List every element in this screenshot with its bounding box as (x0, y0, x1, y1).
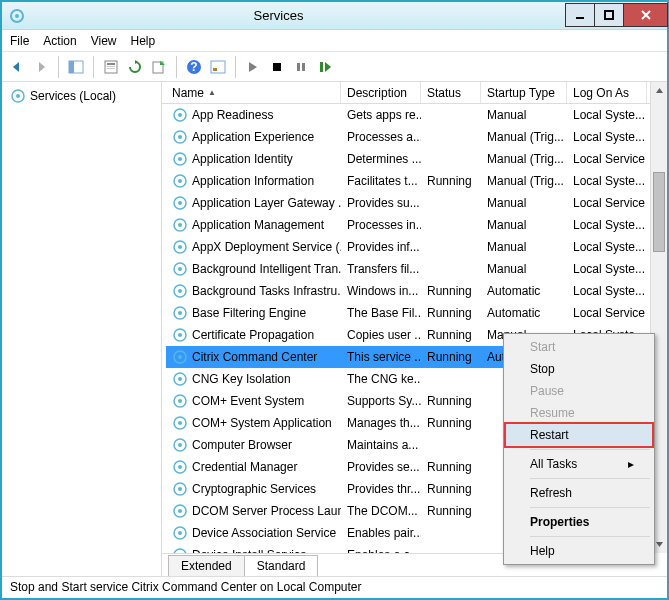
list-pane: Name▲ Description Status Startup Type Lo… (162, 82, 667, 576)
service-row[interactable]: Base Filtering EngineThe Base Fil...Runn… (166, 302, 667, 324)
refresh-button[interactable] (124, 56, 146, 78)
svg-point-42 (178, 333, 182, 337)
svg-point-52 (178, 443, 182, 447)
export-button[interactable] (148, 56, 170, 78)
svg-rect-17 (302, 63, 305, 71)
svg-point-54 (178, 465, 182, 469)
ctx-resume: Resume (506, 402, 652, 424)
cell-name: Citrix Command Center (166, 346, 341, 368)
ctx-separator (530, 507, 650, 508)
cell-name: Device Install Service (166, 544, 341, 553)
pause-service-button[interactable] (290, 56, 312, 78)
menu-action[interactable]: Action (43, 34, 76, 48)
cell-name: COM+ System Application (166, 412, 341, 434)
svg-point-36 (178, 267, 182, 271)
stop-service-button[interactable] (266, 56, 288, 78)
svg-rect-15 (273, 63, 281, 71)
forward-button[interactable] (30, 56, 52, 78)
ctx-properties[interactable]: Properties (506, 511, 652, 533)
cell-logon: Local Service (567, 149, 647, 169)
toolbar-separator (93, 56, 94, 78)
show-hide-tree-button[interactable] (65, 56, 87, 78)
cell-desc: Gets apps re... (341, 105, 421, 125)
svg-point-30 (178, 201, 182, 205)
services-window: Services File Action View Help ? (0, 0, 669, 600)
ctx-stop[interactable]: Stop (506, 358, 652, 380)
cell-startup: Manual (481, 193, 567, 213)
cell-desc: Transfers fil... (341, 259, 421, 279)
toolbar: ? (2, 52, 667, 82)
service-row[interactable]: App ReadinessGets apps re...ManualLocal … (166, 104, 667, 126)
maximize-button[interactable] (594, 3, 624, 27)
ctx-all-tasks[interactable]: All Tasks▸ (506, 453, 652, 475)
cell-desc: Processes a... (341, 127, 421, 147)
scroll-thumb[interactable] (653, 172, 665, 252)
svg-point-61 (174, 549, 186, 553)
col-status[interactable]: Status (421, 82, 481, 103)
cell-logon: Local Syste... (567, 105, 647, 125)
minimize-button[interactable] (565, 3, 595, 27)
cell-status: Running (421, 479, 481, 499)
tab-standard[interactable]: Standard (244, 555, 319, 576)
cell-desc: Provides su... (341, 193, 421, 213)
cell-status (421, 156, 481, 162)
svg-rect-8 (107, 66, 115, 67)
service-row[interactable]: Application Layer Gateway ...Provides su… (166, 192, 667, 214)
service-row[interactable]: Application InformationFacilitates t...R… (166, 170, 667, 192)
cell-desc: Enables a c... (341, 545, 421, 553)
service-row[interactable]: Application ExperienceProcesses a...Manu… (166, 126, 667, 148)
ctx-separator (530, 449, 650, 450)
submenu-arrow-icon: ▸ (628, 457, 634, 471)
cell-logon: Local Syste... (567, 237, 647, 257)
ctx-help[interactable]: Help (506, 540, 652, 562)
ctx-restart[interactable]: Restart (505, 423, 653, 447)
cell-status (421, 222, 481, 228)
cell-desc: Provides se... (341, 457, 421, 477)
scroll-up-arrow[interactable] (651, 82, 667, 99)
start-service-button[interactable] (242, 56, 264, 78)
context-menu: Start Stop Pause Resume Restart All Task… (503, 333, 655, 565)
cell-logon: Local Syste... (567, 259, 647, 279)
service-row[interactable]: Application IdentityDetermines ...Manual… (166, 148, 667, 170)
service-row[interactable]: AppX Deployment Service (...Provides inf… (166, 236, 667, 258)
cell-name: Credential Manager (166, 456, 341, 478)
cell-startup: Automatic (481, 303, 567, 323)
properties-button[interactable] (100, 56, 122, 78)
help-button[interactable]: ? (183, 56, 205, 78)
col-name[interactable]: Name▲ (166, 82, 341, 103)
cell-status: Running (421, 171, 481, 191)
cell-status (421, 266, 481, 272)
menu-file[interactable]: File (10, 34, 29, 48)
cell-startup: Manual (481, 215, 567, 235)
ctx-separator (530, 536, 650, 537)
svg-rect-3 (605, 11, 613, 19)
service-row[interactable]: Background Intelligent Tran...Transfers … (166, 258, 667, 280)
svg-point-46 (178, 377, 182, 381)
ctx-pause: Pause (506, 380, 652, 402)
cell-desc: Facilitates t... (341, 171, 421, 191)
cell-name: COM+ Event System (166, 390, 341, 412)
tab-extended[interactable]: Extended (168, 555, 245, 576)
svg-point-60 (178, 531, 182, 535)
col-description[interactable]: Description (341, 82, 421, 103)
titlebar[interactable]: Services (2, 2, 667, 30)
toolbar-icon[interactable] (207, 56, 229, 78)
tree-node-services-local[interactable]: Services (Local) (6, 86, 157, 106)
close-button[interactable] (623, 3, 668, 27)
toolbar-separator (176, 56, 177, 78)
col-logon-as[interactable]: Log On As (567, 82, 647, 103)
col-startup-type[interactable]: Startup Type (481, 82, 567, 103)
service-row[interactable]: Application ManagementProcesses in...Man… (166, 214, 667, 236)
svg-point-22 (178, 113, 182, 117)
cell-desc: Manages th... (341, 413, 421, 433)
cell-status: Running (421, 325, 481, 345)
cell-name: Application Management (166, 214, 341, 236)
back-button[interactable] (6, 56, 28, 78)
service-row[interactable]: Background Tasks Infrastru...Windows in.… (166, 280, 667, 302)
ctx-refresh[interactable]: Refresh (506, 482, 652, 504)
restart-service-button[interactable] (314, 56, 336, 78)
cell-logon: Local Syste... (567, 127, 647, 147)
menu-view[interactable]: View (91, 34, 117, 48)
sort-asc-icon: ▲ (208, 88, 216, 97)
menu-help[interactable]: Help (131, 34, 156, 48)
